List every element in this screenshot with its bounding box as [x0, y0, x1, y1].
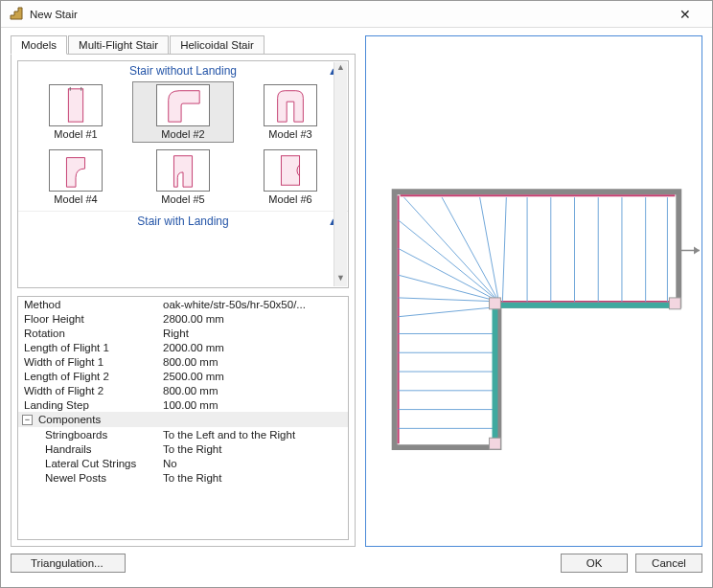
prop-key: Stringboards [24, 429, 163, 441]
prop-key: Handrails [24, 443, 163, 455]
svg-line-18 [502, 197, 506, 302]
model-3[interactable]: Model #3 [241, 82, 340, 142]
prop-key: Width of Flight 1 [24, 356, 163, 368]
prop-value[interactable]: 100.00 mm [163, 399, 344, 411]
group-header-without-landing[interactable]: Stair without Landing ▲ [18, 61, 348, 82]
svg-line-14 [399, 220, 499, 302]
close-button[interactable]: ✕ [666, 7, 704, 22]
model-list-scrollbar[interactable]: ▲ ▼ [334, 62, 347, 286]
cancel-button[interactable]: Cancel [635, 554, 702, 573]
prop-value[interactable]: 800.00 mm [163, 356, 344, 368]
model-1-label: Model #1 [26, 128, 126, 140]
prop-value[interactable]: 800.00 mm [163, 385, 344, 396]
prop-key: Method [24, 299, 163, 310]
svg-line-15 [404, 197, 499, 302]
svg-rect-0 [68, 89, 82, 122]
svg-line-16 [442, 197, 498, 302]
collapse-icon: − [22, 415, 33, 425]
prop-value[interactable]: 2000.00 mm [163, 342, 344, 353]
scroll-down-icon: ▼ [334, 273, 347, 286]
model-4-label: Model #4 [26, 193, 126, 205]
model-list: Stair without Landing ▲ Model #1 [17, 60, 349, 288]
prop-key: Floor Height [24, 313, 163, 325]
model-1-thumb [49, 84, 103, 126]
prop-value[interactable]: To the Right [163, 443, 344, 455]
tab-helicoidal[interactable]: Helicoidal Stair [170, 35, 264, 55]
model-5[interactable]: Model #5 [133, 147, 233, 207]
prop-value[interactable]: To the Right [163, 472, 344, 484]
model-2[interactable]: Model #2 [132, 81, 234, 143]
window-title: New Stair [30, 9, 666, 20]
prop-key: Rotation [24, 328, 163, 339]
prop-key: Lateral Cut Strings [24, 458, 163, 469]
scroll-up-icon: ▲ [334, 62, 347, 76]
prop-value[interactable]: 2500.00 mm [163, 371, 344, 382]
tab-models[interactable]: Models [11, 35, 67, 55]
models-panel: Stair without Landing ▲ Model #1 [11, 54, 356, 547]
triangulation-button[interactable]: Triangulation... [11, 554, 126, 573]
model-1[interactable]: Model #1 [26, 82, 126, 142]
prop-key: Newel Posts [24, 472, 163, 484]
svg-line-10 [399, 307, 495, 317]
prop-value[interactable]: 2800.00 mm [163, 313, 344, 325]
group-title: Stair with Landing [137, 215, 228, 228]
prop-group-label: Components [38, 414, 101, 425]
model-6[interactable]: Model #6 [241, 147, 340, 207]
prop-group-components[interactable]: − Components [18, 412, 348, 427]
model-3-thumb [264, 84, 317, 126]
model-5-thumb [156, 149, 210, 192]
svg-line-13 [399, 249, 499, 302]
group-header-with-landing[interactable]: Stair with Landing ▲ [18, 211, 348, 233]
svg-line-11 [399, 298, 499, 302]
svg-line-12 [399, 275, 499, 302]
prop-value[interactable]: oak-white/str-50s/hr-50x50/... [163, 299, 344, 310]
model-6-label: Model #6 [241, 193, 340, 205]
prop-value[interactable]: To the Left and to the Right [163, 429, 344, 441]
prop-value[interactable]: Right [163, 328, 344, 339]
model-2-label: Model #2 [133, 128, 233, 140]
svg-rect-28 [490, 438, 501, 449]
svg-marker-30 [694, 247, 700, 255]
prop-key: Landing Step [24, 399, 163, 411]
prop-key: Length of Flight 2 [24, 371, 163, 382]
svg-rect-27 [669, 298, 680, 309]
model-4[interactable]: Model #4 [26, 147, 126, 207]
svg-line-17 [480, 197, 499, 302]
properties-grid[interactable]: Methodoak-white/str-50s/hr-50x50/... Flo… [17, 296, 349, 540]
stair-preview [365, 35, 702, 547]
model-3-label: Model #3 [241, 128, 340, 140]
model-5-label: Model #5 [133, 193, 233, 205]
model-6-thumb [264, 149, 317, 192]
prop-value[interactable]: No [163, 458, 344, 469]
prop-key: Length of Flight 1 [24, 342, 163, 353]
model-2-thumb [156, 84, 210, 126]
ok-button[interactable]: OK [561, 554, 628, 573]
svg-rect-26 [490, 298, 501, 309]
tab-multi-flight[interactable]: Multi-Flight Stair [68, 35, 169, 55]
prop-key: Width of Flight 2 [24, 385, 163, 396]
app-icon [9, 7, 24, 22]
model-4-thumb [49, 149, 103, 192]
group-title: Stair without Landing [129, 64, 237, 78]
